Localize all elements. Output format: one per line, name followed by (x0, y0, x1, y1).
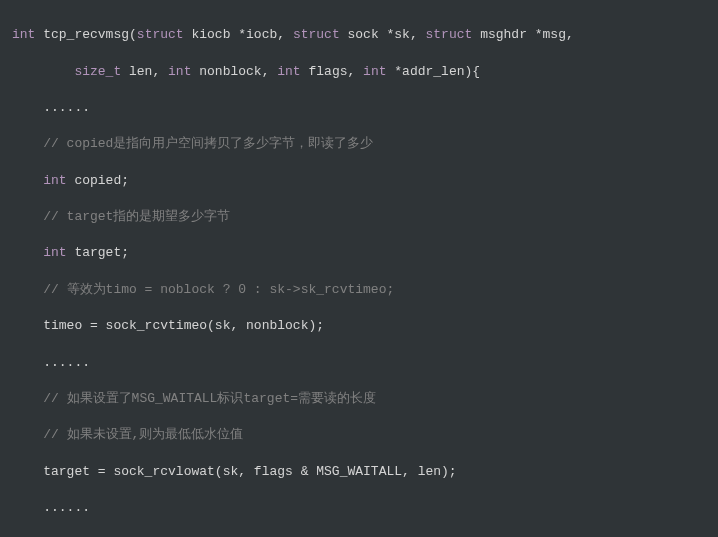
code-text: ( (129, 27, 137, 42)
code-text: nonblock, (191, 64, 277, 79)
code-text: ...... (12, 355, 90, 370)
code-line: // copied是指向用户空间拷贝了多少字节，即读了多少 (12, 135, 706, 153)
keyword: int (277, 64, 300, 79)
code-line: ...... (12, 354, 706, 372)
keyword: int (12, 245, 67, 260)
code-text: target; (67, 245, 129, 260)
code-line: // target指的是期望多少字节 (12, 208, 706, 226)
keyword: struct (293, 27, 340, 42)
code-line: target = sock_rcvlowat(sk, flags & MSG_W… (12, 463, 706, 481)
code-text: timeo = sock_rcvtimeo(sk, nonblock); (12, 318, 324, 333)
code-line: // 如果未设置,则为最低低水位值 (12, 426, 706, 444)
keyword: int (168, 64, 191, 79)
code-text: sock *sk, (340, 27, 426, 42)
code-text: target = sock_rcvlowat(sk, flags & MSG_W… (12, 464, 457, 479)
code-block: int tcp_recvmsg(struct kiocb *iocb, stru… (0, 0, 718, 537)
keyword: struct (426, 27, 473, 42)
code-line: // 等效为timo = noblock ? 0 : sk->sk_rcvtim… (12, 281, 706, 299)
code-line: int copied; (12, 172, 706, 190)
code-line: size_t len, int nonblock, int flags, int… (12, 63, 706, 81)
keyword: int (12, 27, 35, 42)
code-line: ...... (12, 499, 706, 517)
comment: // copied是指向用户空间拷贝了多少字节，即读了多少 (12, 136, 373, 151)
code-text: copied; (67, 173, 129, 188)
comment: // 如果未设置,则为最低低水位值 (12, 427, 243, 442)
keyword: struct (137, 27, 184, 42)
code-text: flags, (301, 64, 363, 79)
comment: // target指的是期望多少字节 (12, 209, 230, 224)
code-line: int tcp_recvmsg(struct kiocb *iocb, stru… (12, 26, 706, 44)
code-line: timeo = sock_rcvtimeo(sk, nonblock); (12, 317, 706, 335)
code-line: // 如果设置了MSG_WAITALL标识target=需要读的长度 (12, 390, 706, 408)
code-text: len, (121, 64, 168, 79)
function-name: tcp_recvmsg (35, 27, 129, 42)
code-text: msghdr *msg, (472, 27, 573, 42)
code-line: ...... (12, 99, 706, 117)
code-text: ...... (12, 100, 90, 115)
code-text: *addr_len){ (387, 64, 481, 79)
code-text: kiocb *iocb, (184, 27, 293, 42)
code-text: ...... (12, 500, 90, 515)
code-line: int target; (12, 244, 706, 262)
comment: // 等效为timo = noblock ? 0 : sk->sk_rcvtim… (12, 282, 394, 297)
keyword: size_t (12, 64, 121, 79)
keyword: int (12, 173, 67, 188)
keyword: int (363, 64, 386, 79)
comment: // 如果设置了MSG_WAITALL标识target=需要读的长度 (12, 391, 376, 406)
